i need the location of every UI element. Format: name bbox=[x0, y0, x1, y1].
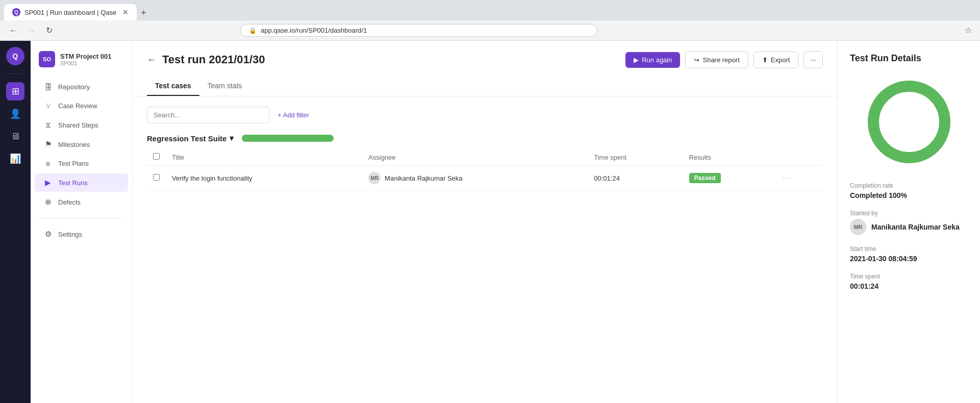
icon-bar-users[interactable]: 👤 bbox=[6, 105, 24, 123]
filter-row: + Add filter bbox=[147, 107, 823, 123]
donut-chart-container bbox=[850, 76, 968, 168]
page-title: Test run 2021/01/30 bbox=[162, 53, 619, 66]
back-button[interactable]: ← bbox=[147, 55, 156, 65]
export-icon: ⬆ bbox=[762, 56, 768, 64]
time-spent-label: Time spent bbox=[850, 273, 968, 280]
time-spent-column-header: Time spent bbox=[588, 149, 683, 166]
sidebar-item-milestones[interactable]: ⚑ Milestones bbox=[35, 135, 128, 154]
started-by-label: Started by bbox=[850, 210, 968, 217]
assignee-info: MR Manikanta Rajkumar Seka bbox=[368, 172, 582, 184]
sidebar-item-case-review[interactable]: ⑂ Case Review bbox=[35, 97, 128, 115]
sidebar-item-defects[interactable]: ⊗ Defects bbox=[35, 193, 128, 211]
project-header: SO STM Project 001 SP001 bbox=[31, 47, 132, 71]
sidebar-item-test-plans-label: Test Plans bbox=[58, 160, 89, 167]
icon-bar-divider bbox=[8, 73, 23, 74]
app-container: Q ⊞ 👤 🖥 📊 SO STM Project 001 SP001 🗄 Rep… bbox=[0, 41, 980, 403]
tab-team-stats[interactable]: Team stats bbox=[199, 77, 250, 96]
time-spent-cell: 00:01:24 bbox=[588, 166, 683, 191]
icon-bar-monitor[interactable]: 🖥 bbox=[6, 127, 24, 145]
add-filter-button[interactable]: + Add filter bbox=[278, 111, 309, 119]
test-title-cell: Verify the login functionality bbox=[166, 166, 362, 191]
started-by-avatar: MR bbox=[850, 219, 866, 235]
table-header: Title Assignee Time spent Results bbox=[147, 149, 823, 166]
new-tab-button[interactable]: + bbox=[137, 6, 150, 20]
row-checkbox[interactable] bbox=[153, 174, 160, 181]
tab-title: SP001 | Run dashboard | Qase bbox=[24, 9, 116, 16]
sidebar-item-repository-label: Repository bbox=[58, 83, 90, 91]
sidebar-item-test-runs-label: Test Runs bbox=[58, 179, 88, 187]
started-by-section: Started by MR Manikanta Rajkumar Seka bbox=[850, 210, 968, 235]
tab-favicon: Q bbox=[12, 8, 20, 16]
assignee-avatar: MR bbox=[368, 172, 381, 184]
search-input[interactable] bbox=[147, 107, 269, 123]
right-panel-title: Test Run Details bbox=[850, 53, 968, 64]
start-time-value: 2021-01-30 08:04:59 bbox=[850, 255, 968, 263]
sidebar-item-test-plans[interactable]: ≡ Test Plans bbox=[35, 155, 128, 172]
select-all-checkbox[interactable] bbox=[153, 153, 160, 160]
browser-chrome: Q SP001 | Run dashboard | Qase ✕ + bbox=[0, 0, 980, 20]
right-panel: Test Run Details Completion rate Complet… bbox=[837, 41, 980, 403]
icon-bar-analytics[interactable]: 📊 bbox=[6, 149, 24, 168]
suite-chevron-icon: ▾ bbox=[230, 134, 234, 143]
sidebar-item-test-runs[interactable]: ▶ Test Runs bbox=[35, 173, 128, 192]
assignee-cell: MR Manikanta Rajkumar Seka bbox=[362, 166, 588, 191]
main-tabs: Test cases Team stats bbox=[147, 77, 823, 96]
assignee-column-header: Assignee bbox=[362, 149, 588, 166]
url-text: app.qase.io/run/SP001/dashboard/1 bbox=[261, 27, 367, 34]
row-actions-cell: ··· bbox=[776, 166, 823, 191]
project-code: SP001 bbox=[60, 60, 111, 66]
title-column-header: Title bbox=[166, 149, 362, 166]
started-by-name: Manikanta Rajkumar Seka bbox=[871, 223, 960, 231]
run-again-icon: ▶ bbox=[634, 56, 639, 64]
tab-close-button[interactable]: ✕ bbox=[122, 8, 129, 16]
share-report-button[interactable]: ↪ Share report bbox=[685, 52, 748, 68]
table-body: Verify the login functionality MR Manika… bbox=[147, 166, 823, 191]
share-report-label: Share report bbox=[702, 56, 739, 64]
sidebar-item-settings-label: Settings bbox=[58, 231, 82, 238]
more-options-button[interactable]: ··· bbox=[803, 51, 823, 68]
export-button[interactable]: ⬆ Export bbox=[753, 52, 799, 68]
browser-tab-active[interactable]: Q SP001 | Run dashboard | Qase ✕ bbox=[4, 4, 137, 20]
lock-icon: 🔒 bbox=[249, 27, 257, 34]
started-by-info: MR Manikanta Rajkumar Seka bbox=[850, 219, 968, 235]
suite-name-text: Regression Test Suite bbox=[147, 134, 227, 143]
project-info: SO STM Project 001 SP001 bbox=[39, 51, 124, 67]
breadcrumb-row: ← Test run 2021/01/30 ▶ Run again ↪ Shar… bbox=[147, 51, 823, 68]
result-cell: Passed bbox=[683, 166, 776, 191]
reload-button[interactable]: ↻ bbox=[43, 23, 56, 37]
browser-tabs: Q SP001 | Run dashboard | Qase ✕ + bbox=[4, 0, 150, 20]
sidebar-divider bbox=[39, 218, 124, 218]
main-content: + Add filter Regression Test Suite ▾ Tit… bbox=[133, 96, 837, 403]
run-again-button[interactable]: ▶ Run again bbox=[625, 52, 680, 68]
svg-point-1 bbox=[873, 86, 945, 158]
bookmark-button[interactable]: ☆ bbox=[963, 23, 974, 37]
back-button[interactable]: ← bbox=[6, 24, 20, 37]
suite-progress-bar bbox=[242, 135, 334, 142]
address-bar[interactable]: 🔒 app.qase.io/run/SP001/dashboard/1 bbox=[240, 24, 597, 37]
main-area: ← Test run 2021/01/30 ▶ Run again ↪ Shar… bbox=[133, 41, 837, 403]
completion-rate-value: Completed 100% bbox=[850, 191, 968, 199]
row-checkbox-cell bbox=[147, 166, 166, 191]
suite-name[interactable]: Regression Test Suite ▾ bbox=[147, 134, 234, 143]
passed-badge: Passed bbox=[689, 173, 721, 183]
share-icon: ↪ bbox=[694, 56, 699, 64]
sidebar-item-defects-label: Defects bbox=[58, 198, 81, 206]
sidebar-item-shared-steps[interactable]: ⧖ Shared Steps bbox=[35, 116, 128, 134]
checkbox-header bbox=[147, 149, 166, 166]
icon-bar-dashboard[interactable]: ⊞ bbox=[6, 82, 24, 100]
forward-button[interactable]: → bbox=[24, 24, 39, 37]
test-plans-icon: ≡ bbox=[43, 159, 53, 168]
sidebar-item-repository[interactable]: 🗄 Repository bbox=[35, 78, 128, 96]
sidebar-item-settings[interactable]: ⚙ Settings bbox=[35, 225, 128, 243]
tab-test-cases[interactable]: Test cases bbox=[147, 77, 199, 96]
results-column-header: Results bbox=[683, 149, 776, 166]
export-label: Export bbox=[771, 56, 790, 64]
test-runs-icon: ▶ bbox=[43, 178, 53, 187]
row-more-options-button[interactable]: ··· bbox=[782, 173, 792, 182]
app-logo[interactable]: Q bbox=[6, 47, 24, 65]
test-table: Title Assignee Time spent Results Verify… bbox=[147, 149, 823, 191]
time-spent-value: 00:01:24 bbox=[850, 282, 968, 290]
shared-steps-icon: ⧖ bbox=[43, 120, 53, 130]
start-time-label: Start time bbox=[850, 245, 968, 253]
header-actions: ▶ Run again ↪ Share report ⬆ Export ··· bbox=[625, 51, 823, 68]
